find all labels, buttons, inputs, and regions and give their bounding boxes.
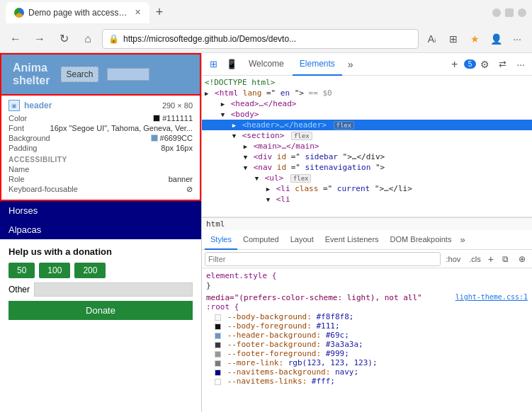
keyboard-label: Keyboard-focusable — [9, 185, 78, 194]
demo-page-header: Anima shelter Search — [0, 53, 201, 96]
refresh-button[interactable]: ↻ — [54, 29, 74, 49]
settings-button[interactable]: ··· — [508, 30, 526, 48]
address-text: https://microsoftedge.github.io/Demos/de… — [123, 34, 412, 44]
device-emulation-button[interactable]: 📱 — [223, 56, 240, 73]
inspect-element-button[interactable]: ⊞ — [205, 56, 222, 73]
flex-badge: flex — [334, 121, 355, 130]
dom-breadcrumb: html — [202, 217, 532, 230]
new-tab-button[interactable]: + — [149, 3, 169, 23]
new-panel-button[interactable]: + — [447, 57, 463, 72]
dom-tree[interactable]: <!DOCTYPE html> ▶ <html lang =" en "> ==… — [202, 76, 532, 217]
tab-dom-breakpoints[interactable]: DOM Breakpoints — [385, 230, 458, 250]
source-link[interactable]: light-theme.css:1 — [455, 293, 528, 301]
maximize-button[interactable] — [505, 8, 514, 17]
back-button[interactable]: ← — [6, 29, 26, 49]
dom-line-li-current[interactable]: ▶ <li class =" current ">…</li> — [202, 183, 532, 194]
nav-right-icons: Aᵢ ⊞ ★ 👤 ··· — [423, 30, 526, 48]
var-swatch-navitems-bg — [215, 370, 221, 376]
profile-button[interactable]: 👤 — [487, 30, 505, 48]
nav-item-horses[interactable]: Horses — [0, 201, 201, 220]
padding-value: 8px 16px — [161, 144, 193, 152]
more-style-tabs[interactable]: » — [457, 234, 468, 245]
hover-filter-button[interactable]: :hov — [443, 255, 464, 263]
devtools-settings-button[interactable]: ⚙ — [477, 59, 492, 70]
split-view-button[interactable]: ⊞ — [444, 30, 463, 48]
var-swatch-more-link — [215, 360, 221, 367]
main-area: Anima shelter Search ▣ header 290 × 80 C… — [0, 53, 532, 412]
styles-content[interactable]: element.style { } media="(prefers-color-… — [202, 268, 532, 412]
devtools-more-button[interactable]: ··· — [512, 59, 529, 70]
donation-amount-buttons: 50 100 200 — [9, 263, 193, 278]
browser-window: Demo page with accessibility iss ✕ + ← →… — [0, 0, 532, 412]
demo-header-title: Anima shelter — [13, 62, 50, 86]
styles-filter-bar: :hov .cls + ⧉ ⊕ — [202, 250, 532, 268]
devtools-share-button[interactable]: ⇄ — [494, 56, 511, 73]
address-bar[interactable]: 🔒 https://microsoftedge.github.io/Demos/… — [102, 29, 419, 49]
dom-line-body[interactable]: ▼ <body> — [202, 109, 532, 120]
tab-computed[interactable]: Computed — [237, 230, 285, 250]
donation-btn-200[interactable]: 200 — [74, 263, 106, 278]
var-swatch-footer-bg — [215, 342, 221, 348]
other-label: Other — [9, 285, 30, 294]
prop-bg: Background #6699CC — [9, 134, 193, 142]
tab-styles[interactable]: Styles — [205, 230, 237, 250]
more-tabs-button[interactable]: » — [344, 59, 358, 70]
read-mode-button[interactable]: Aᵢ — [423, 30, 441, 48]
copy-styles-button[interactable]: ⧉ — [498, 252, 512, 266]
lock-icon: 🔒 — [108, 34, 119, 44]
dom-line-html[interactable]: ▶ <html lang =" en "> == $0 — [202, 88, 532, 98]
element-style-rule: element.style { } — [206, 271, 528, 290]
demo-title-line2: shelter — [13, 74, 50, 87]
tab-favicon — [14, 8, 24, 18]
font-value: 16px "Segoe UI", Tahoma, Geneva, Ver... — [50, 124, 193, 132]
issues-badge[interactable]: 5 — [464, 59, 477, 69]
prop-font: Font 16px "Segoe UI", Tahoma, Geneva, Ve… — [9, 124, 193, 132]
tab-bar: Demo page with accessibility iss ✕ + — [6, 0, 169, 25]
tab-event-listeners[interactable]: Event Listeners — [319, 230, 385, 250]
new-style-rule-button[interactable]: ⊕ — [515, 252, 529, 266]
padding-label: Padding — [9, 144, 37, 152]
element-size: 290 × 80 — [162, 101, 193, 110]
minimize-button[interactable] — [492, 8, 501, 17]
bg-swatch — [151, 135, 158, 142]
tab-welcome[interactable]: Welcome — [242, 53, 291, 76]
add-style-button[interactable]: + — [487, 253, 495, 265]
other-amount-input[interactable] — [34, 282, 193, 297]
var-swatch-body-fg — [215, 324, 221, 330]
donate-button[interactable]: Donate — [9, 301, 193, 320]
dom-line-li[interactable]: ▼ <li — [202, 194, 532, 205]
class-filter-button[interactable]: .cls — [466, 255, 484, 263]
accessibility-section: ACCESSIBILITY — [9, 156, 193, 164]
dom-line-main[interactable]: ▶ <main>…</main> — [202, 141, 532, 151]
dom-line-header[interactable]: ▶ <header>…</header> flex — [202, 120, 532, 130]
nav-item-alpacas[interactable]: Alpacas — [0, 220, 201, 239]
role-label: Role — [9, 175, 25, 183]
dom-line-head[interactable]: ▶ <head>…</head> — [202, 98, 532, 109]
close-button[interactable] — [518, 8, 526, 17]
name-label: Name — [9, 165, 29, 173]
tab-close-button[interactable]: ✕ — [135, 8, 141, 17]
prop-name: Name — [9, 165, 193, 173]
tab-elements[interactable]: Elements — [293, 53, 342, 76]
dom-line-doctype[interactable]: <!DOCTYPE html> — [202, 77, 532, 88]
active-tab[interactable]: Demo page with accessibility iss ✕ — [6, 2, 149, 23]
color-value: #111111 — [153, 114, 193, 122]
color-label: Color — [9, 114, 27, 122]
donation-title: Help us with a donation — [9, 246, 193, 257]
tab-layout[interactable]: Layout — [285, 230, 319, 250]
dom-line-nav[interactable]: ▼ <nav id =" sitenavigation "> — [202, 162, 532, 173]
demo-search-input[interactable] — [107, 68, 149, 81]
home-button[interactable]: ⌂ — [78, 29, 98, 49]
color-swatch — [153, 115, 160, 122]
filter-input[interactable] — [205, 252, 441, 266]
donation-btn-100[interactable]: 100 — [39, 263, 70, 278]
devtools-panel: ⊞ 📱 Welcome Elements » + 5 ⚙ ⇄ ··· <!DOC… — [202, 53, 532, 412]
donation-section: Help us with a donation 50 100 200 Other… — [0, 239, 201, 327]
forward-button[interactable]: → — [30, 29, 50, 49]
element-icon: ▣ — [9, 100, 20, 111]
donation-btn-50[interactable]: 50 — [9, 263, 35, 278]
dom-line-section[interactable]: ▼ <section> flex — [202, 130, 532, 141]
favorites-button[interactable]: ★ — [465, 30, 484, 48]
dom-line-ul[interactable]: ▼ <ul> flex — [202, 173, 532, 183]
dom-line-sidebar[interactable]: ▼ <div id =" sidebar ">…</div> — [202, 151, 532, 162]
